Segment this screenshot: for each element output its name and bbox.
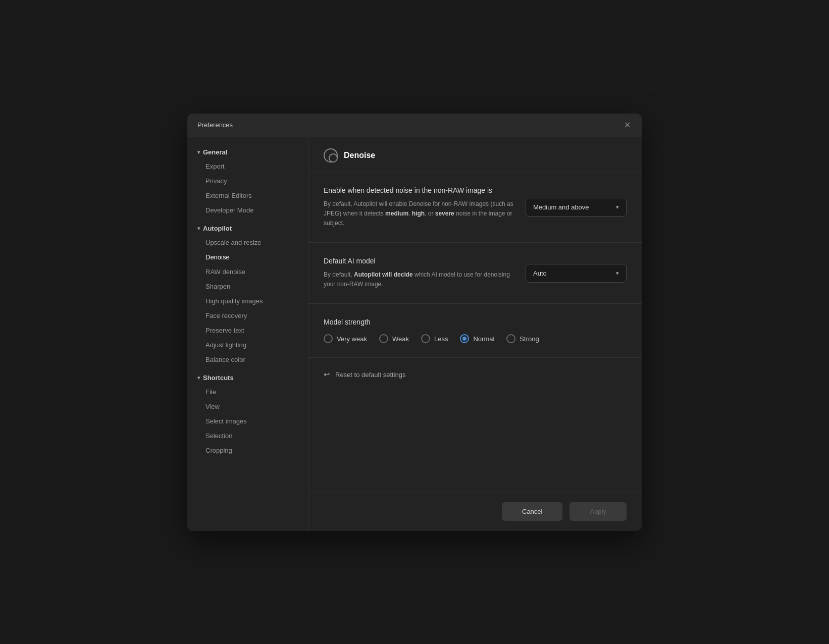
sidebar-section-autopilot[interactable]: ▾ Autopilot [187, 221, 308, 235]
radio-circle-very-weak [324, 334, 333, 343]
ai-model-text: Default AI model By default, Autopilot w… [324, 257, 515, 289]
ai-model-section: Default AI model By default, Autopilot w… [308, 243, 642, 304]
ai-model-dropdown[interactable]: Auto ▾ [526, 264, 627, 283]
ai-model-desc-prefix: By default, [324, 271, 354, 278]
sidebar-item-cropping[interactable]: Cropping [187, 443, 308, 458]
chevron-down-icon: ▾ [197, 226, 200, 231]
sidebar-item-preserve-text[interactable]: Preserve text [187, 323, 308, 338]
cancel-button[interactable]: Cancel [502, 502, 562, 521]
radio-label-strong: Strong [520, 335, 539, 343]
dialog-body: ▾ General Export Privacy External Editor… [187, 137, 642, 531]
radio-label-less: Less [434, 335, 448, 343]
sidebar: ▾ General Export Privacy External Editor… [187, 137, 308, 531]
noise-level-dropdown[interactable]: Medium and above ▾ [526, 198, 627, 217]
desc-mid: , [408, 210, 412, 217]
sidebar-item-export[interactable]: Export [187, 159, 308, 174]
radio-label-very-weak: Very weak [337, 335, 367, 343]
sidebar-item-view[interactable]: View [187, 399, 308, 414]
preferences-dialog: Preferences ✕ ▾ General Export Privacy E… [187, 114, 642, 531]
desc-bold1: medium [385, 210, 408, 217]
main-content: Denoise Enable when detected noise in th… [308, 137, 642, 531]
sidebar-section-shortcuts[interactable]: ▾ Shortcuts [187, 370, 308, 385]
ai-model-selected: Auto [533, 270, 547, 277]
radio-circle-less [421, 334, 430, 343]
radio-weak[interactable]: Weak [379, 334, 409, 343]
enable-when-text: Enable when detected noise in the non-RA… [324, 186, 515, 229]
desc-suffix: , or [425, 210, 435, 217]
sidebar-item-select-images[interactable]: Select images [187, 414, 308, 428]
radio-strong[interactable]: Strong [506, 334, 539, 343]
reset-link[interactable]: Reset to default settings [335, 371, 405, 379]
model-strength-radio-group: Very weak Weak Less Normal [324, 334, 627, 343]
sidebar-item-upscale-resize[interactable]: Upscale and resize [187, 235, 308, 250]
radio-label-weak: Weak [392, 335, 409, 343]
ai-model-title: Default AI model [324, 257, 515, 265]
dialog-title: Preferences [197, 121, 233, 129]
sidebar-item-adjust-lighting[interactable]: Adjust lighting [187, 338, 308, 352]
sidebar-section-general-label: General [203, 148, 227, 156]
sidebar-item-balance-color[interactable]: Balance color [187, 352, 308, 367]
noise-level-selected: Medium and above [533, 203, 589, 211]
desc-bold3: severe [435, 210, 454, 217]
ai-model-desc-bold: Autopilot will decide [354, 271, 413, 278]
sidebar-item-privacy[interactable]: Privacy [187, 174, 308, 188]
content-title: Denoise [344, 151, 375, 160]
radio-circle-weak [379, 334, 388, 343]
content-area: Denoise Enable when detected noise in th… [308, 137, 642, 492]
radio-circle-strong [506, 334, 515, 343]
enable-when-row: Enable when detected noise in the non-RA… [324, 186, 627, 229]
apply-button[interactable]: Apply [569, 502, 627, 521]
sidebar-item-developer-mode[interactable]: Developer Mode [187, 203, 308, 218]
model-strength-section: Model strength Very weak Weak Less [308, 304, 642, 358]
close-button[interactable]: ✕ [623, 121, 632, 130]
title-bar: Preferences ✕ [187, 114, 642, 137]
chevron-down-icon: ▾ [197, 149, 200, 155]
chevron-down-icon: ▾ [197, 375, 200, 381]
radio-circle-normal [460, 334, 469, 343]
content-header: Denoise [308, 137, 642, 172]
sidebar-item-face-recovery[interactable]: Face recovery [187, 308, 308, 323]
radio-label-normal: Normal [473, 335, 494, 343]
radio-very-weak[interactable]: Very weak [324, 334, 367, 343]
sidebar-item-sharpen[interactable]: Sharpen [187, 279, 308, 294]
reset-icon: ↩ [324, 370, 330, 379]
sidebar-item-selection[interactable]: Selection [187, 428, 308, 443]
footer: Cancel Apply [308, 492, 642, 531]
desc-bold2: high [412, 210, 425, 217]
radio-normal[interactable]: Normal [460, 334, 494, 343]
sidebar-section-autopilot-label: Autopilot [203, 225, 232, 232]
sidebar-item-external-editors[interactable]: External Editors [187, 188, 308, 203]
ai-model-desc: By default, Autopilot will decide which … [324, 270, 515, 289]
chevron-down-icon: ▾ [616, 204, 619, 210]
sidebar-section-shortcuts-label: Shortcuts [203, 374, 234, 382]
denoise-icon [324, 148, 338, 163]
ai-model-row: Default AI model By default, Autopilot w… [324, 257, 627, 289]
enable-when-section: Enable when detected noise in the non-RA… [308, 172, 642, 243]
enable-when-title: Enable when detected noise in the non-RA… [324, 186, 515, 194]
sidebar-item-high-quality-images[interactable]: High quality images [187, 294, 308, 308]
sidebar-item-denoise[interactable]: Denoise [187, 250, 308, 264]
sidebar-item-file[interactable]: File [187, 385, 308, 399]
sidebar-item-raw-denoise[interactable]: RAW denoise [187, 264, 308, 279]
sidebar-section-general[interactable]: ▾ General [187, 144, 308, 159]
reset-section: ↩ Reset to default settings [308, 358, 642, 391]
radio-less[interactable]: Less [421, 334, 448, 343]
enable-when-desc: By default, Autopilot will enable Denois… [324, 199, 515, 229]
chevron-down-icon: ▾ [616, 270, 619, 277]
model-strength-title: Model strength [324, 318, 627, 326]
